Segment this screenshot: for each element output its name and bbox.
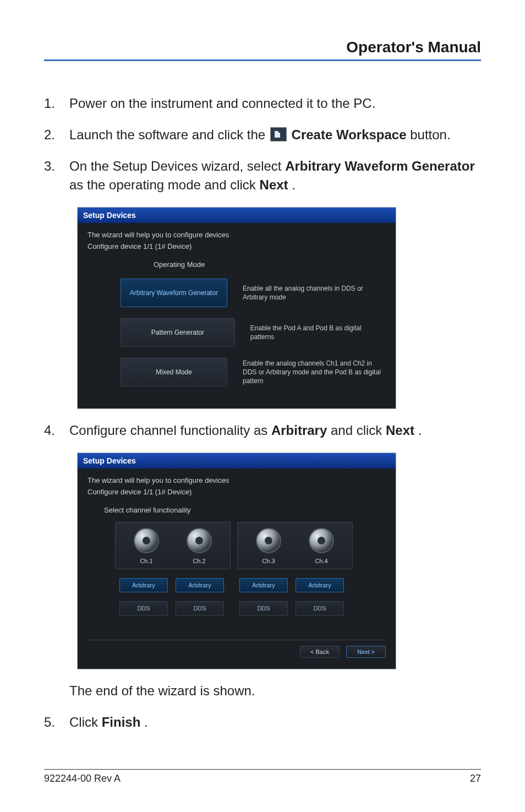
text-frag: . — [418, 423, 422, 438]
step-number: 2. — [44, 126, 69, 145]
ch3-arbitrary-button[interactable]: Arbitrary — [239, 578, 288, 592]
mode-description: Enable all the analog channels in DDS or… — [243, 284, 386, 302]
mode-pattern-generator-button[interactable]: Pattern Generator — [121, 318, 235, 347]
select-channel-functionality-label: Select channel functionality — [104, 506, 386, 514]
wizard-device-text: Configure device 1/1 (1# Device) — [88, 242, 386, 250]
operating-mode-label: Operating Mode — [154, 260, 386, 269]
channel-label: Ch.3 — [242, 558, 295, 564]
text-frag: Launch the software and click the — [69, 127, 269, 142]
channel-label: Ch.1 — [120, 558, 173, 564]
text-frag: button. — [410, 127, 450, 142]
window-titlebar: Setup Devices — [78, 453, 396, 468]
text-bold: Next — [260, 177, 288, 192]
text-bold: Next — [386, 423, 414, 438]
step-1: 1. Power on the instrument and connected… — [44, 94, 481, 113]
knob-icon — [134, 528, 159, 553]
step-text: On the Setup Devices wizard, select Arbi… — [69, 157, 481, 195]
step-4: 4. Configure channel functionality as Ar… — [44, 421, 481, 440]
ch2-arbitrary-button[interactable]: Arbitrary — [176, 578, 224, 592]
wizard-intro-text: The wizard will help you to configure de… — [88, 231, 386, 239]
text-frag: Click — [69, 715, 102, 729]
step-number-blank — [44, 682, 69, 701]
footer-page-number: 27 — [470, 773, 481, 784]
step-text: Click Finish . — [69, 713, 481, 732]
mode-mixed-mode-button[interactable]: Mixed Mode — [121, 358, 227, 386]
knob-icon — [309, 528, 334, 553]
mode-description: Enable the analog channels Ch1 and Ch2 i… — [243, 359, 386, 386]
channel-pair-3-4: Ch.3 Ch.4 — [237, 522, 353, 569]
text-frag: and click — [331, 423, 386, 438]
ch1-dds-button[interactable]: DDS — [119, 601, 168, 615]
page-footer: 922244-00 Rev A 27 — [44, 769, 481, 784]
footer-left: 922244-00 Rev A — [44, 773, 121, 784]
back-button[interactable]: < Back — [300, 646, 340, 658]
channel-pair-1-2: Ch.1 Ch.2 — [115, 522, 231, 569]
channel-label: Ch.2 — [173, 558, 226, 564]
text-bold: Arbitrary Waveform Generator — [285, 159, 475, 173]
mode-description: Enable the Pod A and Pod B as digital pa… — [250, 324, 386, 341]
step-2: 2. Launch the software and click the Cre… — [44, 126, 481, 145]
text-frag: Configure channel functionality as — [69, 423, 271, 438]
create-workspace-icon — [270, 127, 287, 141]
window-titlebar: Setup Devices — [78, 208, 396, 223]
step-4-continuation: The end of the wizard is shown. — [44, 682, 481, 701]
ch4-arbitrary-button[interactable]: Arbitrary — [296, 578, 344, 592]
wizard-device-text: Configure device 1/1 (1# Device) — [88, 488, 386, 496]
setup-devices-panel-1: Setup Devices The wizard will help you t… — [77, 207, 396, 409]
page-header: Operator's Manual — [44, 39, 481, 61]
wizard-intro-text: The wizard will help you to configure de… — [88, 476, 386, 484]
step-number: 5. — [44, 713, 69, 732]
step-text: The end of the wizard is shown. — [69, 682, 481, 701]
knob-icon — [187, 528, 212, 553]
text-bold: Finish — [102, 715, 141, 729]
text-frag: . — [144, 715, 148, 729]
knob-icon — [256, 528, 281, 553]
ch3-dds-button[interactable]: DDS — [239, 601, 288, 615]
step-3: 3. On the Setup Devices wizard, select A… — [44, 157, 481, 195]
step-number: 3. — [44, 157, 69, 195]
step-number: 1. — [44, 94, 69, 113]
ch1-arbitrary-button[interactable]: Arbitrary — [119, 578, 168, 592]
next-button[interactable]: Next > — [346, 646, 386, 658]
text-frag: On the Setup Devices wizard, select — [69, 159, 285, 173]
step-5: 5. Click Finish . — [44, 713, 481, 732]
ch4-dds-button[interactable]: DDS — [296, 601, 344, 615]
text-bold: Arbitrary — [271, 423, 327, 438]
step-text: Power on the instrument and connected it… — [69, 94, 481, 113]
text-frag: as the operating mode and click — [69, 177, 260, 192]
step-number: 4. — [44, 421, 69, 440]
text-frag: . — [292, 177, 296, 192]
channel-label: Ch.4 — [295, 558, 348, 564]
setup-devices-panel-2: Setup Devices The wizard will help you t… — [77, 453, 396, 669]
step-text: Configure channel functionality as Arbit… — [69, 421, 481, 440]
mode-arbitrary-waveform-generator-button[interactable]: Arbitrary Waveform Generator — [121, 279, 227, 307]
ch2-dds-button[interactable]: DDS — [176, 601, 224, 615]
text-bold: Create Workspace — [292, 127, 407, 142]
step-text: Launch the software and click the Create… — [69, 126, 481, 145]
